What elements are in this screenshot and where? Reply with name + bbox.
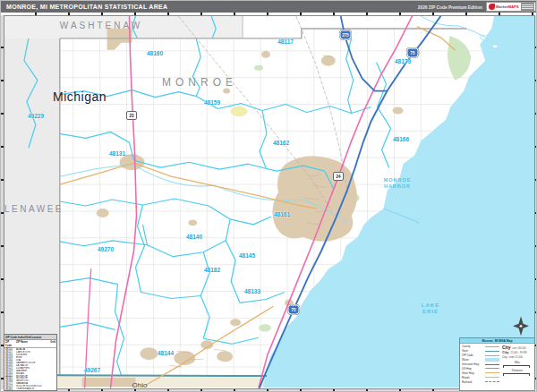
edition-label: 2026 ZIP Code Premium Edition	[418, 5, 482, 10]
railroad-line-swatch	[485, 381, 499, 382]
shield-us23: 23	[126, 111, 137, 120]
map-title: MONROE, MI METROPOLITAN STATISTICAL AREA	[6, 4, 167, 10]
scale-bar-miles: Miles	[502, 362, 533, 369]
brand-name-primary: Market	[496, 4, 508, 9]
zip-index-row: 49267OTTAWA LAKE	[4, 390, 56, 391]
zip-index-col-code: ZIP Code	[5, 340, 16, 347]
interstate-line-swatch	[485, 364, 499, 365]
water-swatch	[485, 358, 499, 362]
zip-index-col-name: ZIP Name	[16, 340, 50, 347]
zip-line-swatch	[485, 355, 499, 356]
brand-logo-icon	[489, 4, 495, 10]
brand-name-secondary: MAPS	[508, 4, 519, 9]
brand-logo-sidebox	[521, 3, 534, 11]
legend-line-samples: County State ZIP Code Water Interstate H…	[462, 345, 499, 384]
legend-city-samples: Cityover 100,000 City25,000 - 99,999 Cit…	[502, 345, 533, 384]
header-bar: MONROE, MI METROPOLITAN STATISTICAL AREA…	[1, 1, 537, 13]
county-line-swatch	[485, 346, 499, 347]
shield-i275: 275	[340, 30, 352, 40]
legend-city-small: Cityunder 25,000	[502, 355, 533, 361]
shield-i75-south: 75	[288, 305, 300, 315]
map-canvas	[4, 15, 535, 389]
state-line-swatch	[485, 351, 499, 352]
state-hwy-line-swatch	[485, 372, 499, 373]
legend-item-rail: Railroad	[462, 379, 499, 384]
shield-us24: 24	[333, 172, 344, 181]
brand-logo: MarketMAPS	[486, 2, 536, 12]
zip-index-panel: ZIP Code Index/Grid Locator ZIP Code ZIP…	[4, 334, 57, 391]
roads-line-swatch	[485, 377, 499, 378]
legend-panel: Monroe, MI MSA Map County State ZIP Code…	[459, 337, 535, 391]
map-sheet: MONROE, MI METROPOLITAN STATISTICAL AREA…	[0, 0, 537, 392]
zip-index-col-grid: Grid	[50, 340, 55, 347]
airport-area	[231, 107, 247, 116]
us-hwy-line-swatch	[485, 368, 499, 369]
scale-bar-kilometers: Kilometers	[502, 371, 533, 377]
shield-i75-north: 75	[407, 48, 419, 58]
